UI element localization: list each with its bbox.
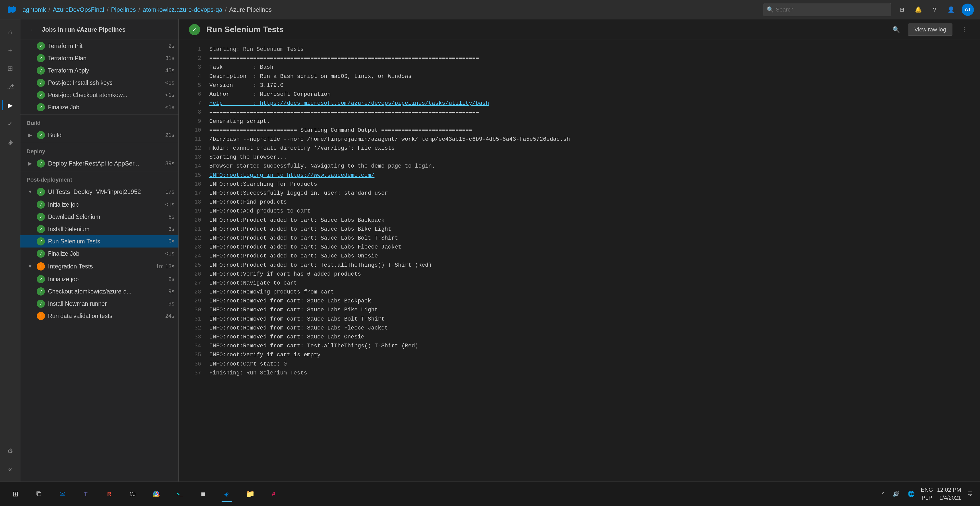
status-success-icon: ✓ — [37, 160, 45, 168]
vscode-button[interactable]: ◈ — [216, 485, 237, 503]
line-text[interactable]: Help : https://docs.microsoft.com/azure/… — [209, 99, 489, 108]
user-avatar[interactable]: AT — [962, 3, 974, 16]
activity-repos[interactable]: ⎇ — [2, 79, 18, 95]
job-group-build[interactable]: ▶ ✓ Build 21s — [21, 128, 178, 142]
line-number: 30 — [189, 305, 201, 314]
lang-indicator[interactable]: ENGPLP — [921, 486, 933, 502]
breadcrumb-pipelines[interactable]: Pipelines — [111, 6, 136, 13]
terminal-icon: >_ — [173, 487, 186, 501]
view-raw-log-button[interactable]: View raw log — [908, 24, 953, 36]
job-duration: 39s — [165, 160, 174, 167]
activity-new[interactable]: + — [2, 42, 18, 58]
job-item-download-selenium[interactable]: ✓ Download Selenium 6s — [21, 211, 178, 223]
log-line: 33INFO:root:Removed from cart: Sauce Lab… — [189, 332, 970, 342]
rdclient-button[interactable]: R — [99, 485, 119, 503]
job-duration: 1m 13s — [156, 263, 174, 270]
search-input[interactable] — [776, 6, 888, 13]
slack-icon: # — [267, 487, 280, 501]
azure-devops-logo[interactable] — [6, 3, 18, 16]
blackwindow-button[interactable]: ■ — [193, 485, 213, 503]
job-item-postjob-ssh[interactable]: ✓ Post-job: Install ssh keys <1s — [21, 77, 178, 89]
job-duration: 9s — [169, 300, 174, 307]
job-group-integration[interactable]: ▼ ! Integration Tests 1m 13s — [21, 260, 178, 273]
speaker-icon[interactable]: 🔊 — [891, 488, 902, 500]
line-number: 5 — [189, 81, 201, 90]
status-success-icon: ✓ — [37, 237, 45, 246]
line-number: 26 — [189, 270, 201, 279]
line-number: 21 — [189, 225, 201, 234]
system-clock[interactable]: 12:02 PM1/4/2021 — [937, 486, 961, 502]
line-text: INFO:root:Product added to cart: Sauce L… — [209, 234, 398, 243]
slack-button[interactable]: # — [263, 485, 284, 503]
job-item-integration-init[interactable]: ✓ Initialize job 2s — [21, 273, 178, 285]
activity-settings[interactable]: ⚙ — [2, 443, 18, 459]
job-item-newman[interactable]: ✓ Install Newman runner 9s — [21, 298, 178, 310]
breadcrumb-azuredevopsfinal[interactable]: AzureDevOpsFinal — [53, 6, 104, 13]
log-line: 1Starting: Run Selenium Tests — [189, 45, 970, 54]
job-name: UI Tests_Deploy_VM-finproj21952 — [48, 188, 162, 195]
job-name: Build — [48, 131, 162, 139]
activity-home[interactable]: ⌂ — [2, 24, 18, 40]
activity-bar: ⌂ + ⊞ ⎇ ▶ ✓ ◈ ⚙ « — [0, 19, 21, 482]
breadcrumb-qa[interactable]: atomkowicz.azure-devops-qa — [143, 6, 222, 13]
start-button[interactable]: ⊞ — [5, 485, 25, 503]
job-item-checkout[interactable]: ✓ Checkout atomkowicz/azure-d... 9s — [21, 285, 178, 298]
job-item-postjob-checkout[interactable]: ✓ Post-job: Checkout atomkow... <1s — [21, 89, 178, 101]
mail-button[interactable]: ✉ — [52, 485, 73, 503]
job-item-install-selenium[interactable]: ✓ Install Selenium 3s — [21, 223, 178, 235]
line-text: INFO:root:Product added to cart: Sauce L… — [209, 225, 391, 234]
grid-icon-btn[interactable]: ⊞ — [896, 4, 907, 15]
person-icon-btn[interactable]: 👤 — [945, 4, 956, 15]
job-duration: 45s — [165, 67, 174, 74]
notification-icon[interactable]: 🗨 — [965, 488, 975, 500]
log-line: 17INFO:root:Successfully logged in, user… — [189, 189, 970, 198]
job-item-finalize-job2[interactable]: ✓ Finalize Job <1s — [21, 247, 178, 260]
job-item-terraform-apply[interactable]: ✓ Terraform Apply 45s — [21, 64, 178, 77]
chrome-button[interactable] — [146, 485, 166, 503]
chevron-up-icon[interactable]: ^ — [880, 488, 886, 500]
line-number: 1 — [189, 45, 201, 54]
help-icon-btn[interactable]: ? — [929, 4, 940, 15]
line-number: 12 — [189, 144, 201, 153]
line-number: 11 — [189, 135, 201, 144]
activity-testplans[interactable]: ✓ — [2, 115, 18, 132]
sidebar-content[interactable]: ✓ Terraform Init 2s ✓ Terraform Plan 31s… — [21, 40, 178, 482]
explorer-button[interactable]: 🗂 — [123, 485, 143, 503]
search-box[interactable]: 🔍 — [764, 3, 891, 16]
network-icon[interactable]: 🌐 — [906, 488, 917, 500]
bell-icon-btn[interactable]: 🔔 — [913, 4, 924, 15]
job-group-deploy[interactable]: ▶ ✓ Deploy FakerRestApi to AppSer... 39s — [21, 157, 178, 170]
teams-button[interactable]: T — [76, 485, 96, 503]
filemanager-button[interactable]: 📁 — [240, 485, 260, 503]
breadcrumb-agntomk[interactable]: agntomk — [22, 6, 46, 13]
activity-pipelines[interactable]: ▶ — [2, 97, 18, 113]
line-text[interactable]: INFO:root:Loging in to https://www.sauce… — [209, 171, 374, 180]
job-item-terraform-init[interactable]: ✓ Terraform Init 2s — [21, 40, 178, 52]
log-line: 19INFO:root:Add products to cart — [189, 207, 970, 215]
job-item-terraform-plan[interactable]: ✓ Terraform Plan 31s — [21, 52, 178, 64]
line-text: INFO:root:Find products — [209, 198, 287, 207]
job-item-finalize[interactable]: ✓ Finalize Job <1s — [21, 101, 178, 113]
collapse-icon: ▼ — [27, 263, 34, 270]
job-item-init-job[interactable]: ✓ Initialize job <1s — [21, 198, 178, 211]
terminal-button[interactable]: >_ — [170, 485, 190, 503]
line-number: 20 — [189, 216, 201, 225]
back-button[interactable]: ← — [27, 24, 38, 35]
more-options-button[interactable]: ⋮ — [959, 24, 970, 35]
activity-boards[interactable]: ⊞ — [2, 60, 18, 77]
job-group-uitests[interactable]: ▼ ✓ UI Tests_Deploy_VM-finproj21952 17s — [21, 185, 178, 198]
log-line: 30INFO:root:Removed from cart: Sauce Lab… — [189, 305, 970, 314]
section-label-build: Build — [21, 116, 178, 128]
job-name: Terraform Init — [48, 43, 165, 49]
line-text: /bin/bash --noprofile --norc /home/finpr… — [209, 135, 570, 144]
job-item-run-validation[interactable]: ! Run data validation tests 24s — [21, 310, 178, 322]
topbar-right: 🔍 ⊞ 🔔 ? 👤 AT — [764, 3, 974, 16]
log-line: 13Starting the browser... — [189, 153, 970, 162]
activity-artifacts[interactable]: ◈ — [2, 134, 18, 150]
job-duration: 2s — [169, 43, 174, 49]
job-item-run-selenium[interactable]: ✓ Run Selenium Tests 5s — [21, 235, 178, 247]
activity-collapse[interactable]: « — [2, 461, 18, 477]
plus-icon: + — [8, 46, 12, 54]
taskview-button[interactable]: ⧉ — [29, 485, 49, 503]
log-search-button[interactable]: 🔍 — [891, 24, 902, 35]
